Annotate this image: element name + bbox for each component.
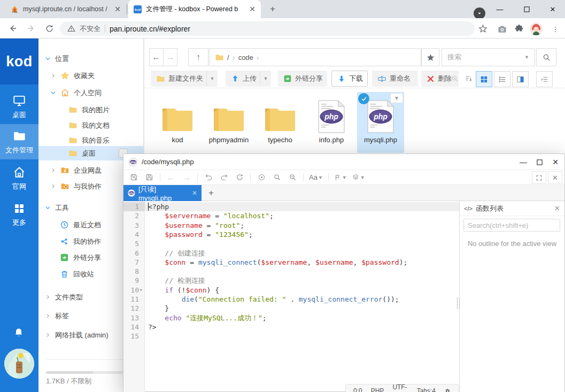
- chevron-right-icon[interactable]: [45, 332, 51, 338]
- editor-fullscreen-button[interactable]: [532, 171, 546, 184]
- list-view-button[interactable]: [494, 71, 510, 87]
- chevron-down-icon[interactable]: ▼: [524, 55, 529, 60]
- outline-search-input[interactable]: Search(ctrl+shift+e): [463, 219, 560, 232]
- code-line-2[interactable]: 2 $servername = "localhost";: [123, 211, 459, 220]
- undo-icon[interactable]: [202, 172, 215, 183]
- tree-item-3[interactable]: 个人空间: [38, 86, 144, 100]
- status-item-3[interactable]: UTF-8: [392, 383, 408, 392]
- marker-icon[interactable]: ▼: [332, 172, 349, 183]
- nav-forward-icon[interactable]: →: [180, 172, 194, 183]
- browser-tab-kodbox[interactable]: kod 文件管理 - kodbox - Powered b ✕: [128, 0, 261, 18]
- redo-icon[interactable]: [217, 172, 231, 183]
- toolbar-dropdown-2[interactable]: ▼: [260, 71, 271, 87]
- window-close-button[interactable]: ✕: [540, 0, 565, 18]
- code-line-9[interactable]: 9 // 检测连接: [123, 276, 459, 285]
- toolbar-button-2[interactable]: 上传: [226, 71, 260, 87]
- code-line-7[interactable]: 7 $conn = mysqli_connect($servername, $u…: [123, 258, 459, 267]
- chevron-right-icon[interactable]: [50, 167, 57, 173]
- user-avatar[interactable]: [4, 349, 34, 379]
- save-icon[interactable]: [127, 172, 141, 183]
- code-line-15[interactable]: 15: [123, 332, 459, 341]
- selected-check-icon[interactable]: [358, 93, 369, 104]
- rail-item-more[interactable]: 更多: [0, 197, 38, 232]
- zoom-icon[interactable]: [449, 72, 461, 86]
- font-size-icon[interactable]: Aa▼: [307, 172, 324, 183]
- file-item-folder[interactable]: kod: [154, 92, 201, 153]
- tree-item-2[interactable]: 收藏夹: [38, 68, 144, 83]
- refresh-icon[interactable]: [233, 172, 246, 183]
- code-line-14[interactable]: 14?>: [123, 322, 459, 332]
- status-item-2[interactable]: PHP: [371, 387, 384, 392]
- toolbar-button-4[interactable]: 下载: [331, 71, 368, 87]
- code-line-3[interactable]: 3 $username = "root";: [123, 221, 459, 230]
- chevron-down-icon[interactable]: [50, 90, 57, 96]
- file-item-folder[interactable]: typecho: [257, 92, 304, 153]
- search-button[interactable]: [536, 48, 556, 66]
- new-tab-button[interactable]: +: [267, 4, 278, 14]
- editor-maximize-button[interactable]: [532, 156, 546, 168]
- new-editor-tab-button[interactable]: +: [205, 187, 218, 199]
- sort-icon[interactable]: [463, 72, 475, 86]
- media-controls-button[interactable]: [474, 7, 485, 19]
- chevron-down-icon[interactable]: [45, 205, 51, 211]
- bookmark-star-icon[interactable]: [476, 22, 489, 35]
- reload-icon[interactable]: [43, 22, 56, 35]
- code-line-5[interactable]: 5: [123, 239, 459, 248]
- editor-close-button[interactable]: ✕: [548, 156, 562, 168]
- tree-item-4[interactable]: 我的图片: [38, 103, 144, 117]
- goto-line-icon[interactable]: [254, 172, 268, 183]
- column-view-button[interactable]: [512, 71, 529, 87]
- url-text[interactable]: pan.iproute.cn/#explorer: [110, 25, 190, 33]
- file-dropdown-icon[interactable]: ▼: [390, 93, 403, 103]
- tree-item-1[interactable]: 位置: [38, 51, 144, 66]
- tree-item-5[interactable]: 我的文档: [38, 118, 144, 133]
- status-gear-icon[interactable]: [444, 388, 451, 392]
- window-minimize-button[interactable]: —: [487, 0, 512, 18]
- forward-icon[interactable]: [25, 22, 37, 35]
- editor-panel-close-button[interactable]: ✕: [548, 171, 562, 184]
- url-bar[interactable]: 不安全 pan.iproute.cn/#explorer: [60, 21, 475, 36]
- history-forward-button[interactable]: →: [163, 48, 177, 66]
- search-input[interactable]: 搜索 ▼: [442, 48, 535, 66]
- chevron-down-icon[interactable]: [45, 56, 51, 62]
- save-as-icon[interactable]: [142, 172, 156, 183]
- tab-close-icon[interactable]: ✕: [249, 5, 256, 13]
- fold-arrow-icon[interactable]: ▾: [140, 286, 142, 295]
- code-line-4[interactable]: 4 $password = "123456";: [123, 230, 459, 239]
- more-tools-icon[interactable]: ⋯: [438, 72, 447, 86]
- bell-icon[interactable]: [13, 327, 24, 338]
- editor-titlebar[interactable]: php /code/mysqli.php: [123, 154, 564, 170]
- code-line-11[interactable]: 11 die("Connection failed: " . mysqli_co…: [123, 295, 459, 304]
- browser-menu-icon[interactable]: ⋮: [549, 22, 562, 35]
- chevron-right-icon[interactable]: [45, 313, 51, 319]
- tree-item-6[interactable]: 我的音乐: [38, 133, 144, 148]
- code-line-6[interactable]: 6 // 创建连接: [123, 249, 459, 258]
- breadcrumb-root[interactable]: /: [227, 53, 229, 62]
- editor-file-tab[interactable]: php [只读] mysqli.php ✕: [123, 185, 202, 201]
- file-item-php[interactable]: phpmysqli.php▼: [357, 92, 404, 153]
- history-back-button[interactable]: ←: [149, 48, 164, 66]
- settings-gear-icon[interactable]: ▼: [350, 172, 367, 183]
- code-line-12[interactable]: 12 }: [123, 304, 459, 313]
- tab-close-icon[interactable]: ✕: [114, 5, 121, 13]
- code-area[interactable]: 1<?php2 $servername = "localhost";3 $use…: [123, 201, 459, 392]
- chevron-right-icon[interactable]: [50, 73, 57, 79]
- outline-close-icon[interactable]: ✕: [554, 204, 560, 212]
- rail-item-desktop[interactable]: 桌面: [0, 89, 38, 124]
- profile-avatar[interactable]: [530, 22, 543, 35]
- toolbar-button-1[interactable]: 新建文件夹: [151, 71, 206, 87]
- breadcrumb[interactable]: / › code ›: [209, 48, 421, 66]
- breadcrumb-folder[interactable]: code: [238, 53, 253, 62]
- code-line-10[interactable]: 10▾ if (!$conn) {: [123, 286, 459, 295]
- browser-tab-phpmyadmin[interactable]: PMA mysql.iproute.cn / localhost / ✕: [5, 0, 126, 18]
- window-maximize-button[interactable]: [514, 0, 539, 18]
- toolbar-dropdown-1[interactable]: ▼: [206, 71, 218, 87]
- toolbar-button-3[interactable]: 外链分享: [278, 71, 327, 87]
- chevron-right-icon[interactable]: [45, 294, 51, 300]
- editor-minimize-button[interactable]: —: [516, 156, 530, 168]
- rail-item-website[interactable]: 官网: [0, 160, 38, 196]
- nav-back-icon[interactable]: ←: [164, 172, 178, 183]
- detail-panel-toggle-button[interactable]: [536, 71, 553, 87]
- kod-logo[interactable]: kod: [0, 39, 38, 84]
- tab-close-icon[interactable]: ✕: [192, 189, 197, 197]
